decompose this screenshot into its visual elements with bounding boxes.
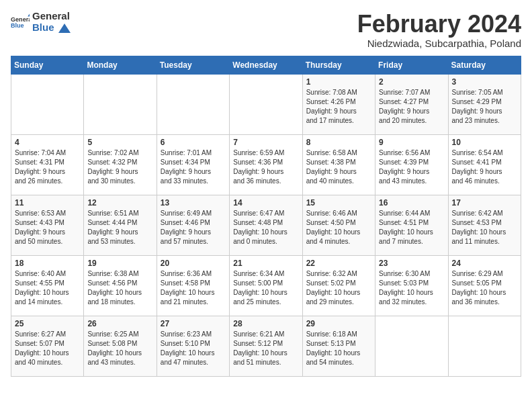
calendar-cell: 17Sunrise: 6:42 AM Sunset: 4:53 PM Dayli… [448,195,521,255]
calendar-cell: 12Sunrise: 6:51 AM Sunset: 4:44 PM Dayli… [84,195,157,255]
col-header-sunday: Sunday [11,56,84,74]
logo: General Blue General Blue [11,11,71,33]
day-info: Sunrise: 7:05 AM Sunset: 4:29 PM Dayligh… [452,88,517,126]
calendar-header-row: SundayMondayTuesdayWednesdayThursdayFrid… [11,56,521,74]
calendar-cell: 2Sunrise: 7:07 AM Sunset: 4:27 PM Daylig… [375,74,448,134]
day-number: 21 [233,259,298,268]
calendar-cell: 25Sunrise: 6:27 AM Sunset: 5:07 PM Dayli… [11,316,84,376]
calendar-week-row: 1Sunrise: 7:08 AM Sunset: 4:26 PM Daylig… [11,74,521,134]
location-subtitle: Niedzwiada, Subcarpathia, Poland [357,38,521,49]
day-number: 26 [87,319,152,328]
day-info: Sunrise: 6:18 AM Sunset: 5:13 PM Dayligh… [306,330,371,367]
calendar-cell: 21Sunrise: 6:34 AM Sunset: 5:00 PM Dayli… [230,255,302,316]
calendar-cell: 4Sunrise: 7:04 AM Sunset: 4:31 PM Daylig… [11,134,84,195]
calendar-cell: 15Sunrise: 6:46 AM Sunset: 4:50 PM Dayli… [302,195,375,255]
calendar-cell [230,74,302,134]
day-number: 13 [161,198,226,208]
day-number: 15 [306,198,371,208]
calendar-cell: 6Sunrise: 7:01 AM Sunset: 4:34 PM Daylig… [157,134,229,195]
logo-bird-icon [58,24,71,33]
day-info: Sunrise: 6:32 AM Sunset: 5:02 PM Dayligh… [306,269,371,307]
calendar-cell [11,74,84,134]
day-info: Sunrise: 6:49 AM Sunset: 4:46 PM Dayligh… [161,209,226,246]
calendar-cell: 27Sunrise: 6:23 AM Sunset: 5:10 PM Dayli… [157,316,229,376]
day-number: 18 [15,259,80,268]
calendar-cell: 1Sunrise: 7:08 AM Sunset: 4:26 PM Daylig… [302,74,375,134]
col-header-saturday: Saturday [448,56,521,74]
logo-blue: Blue [32,21,54,33]
calendar-cell: 14Sunrise: 6:47 AM Sunset: 4:48 PM Dayli… [230,195,302,255]
day-number: 6 [161,138,226,147]
calendar-cell: 20Sunrise: 6:36 AM Sunset: 4:58 PM Dayli… [157,255,229,316]
day-number: 5 [87,138,152,147]
calendar-week-row: 25Sunrise: 6:27 AM Sunset: 5:07 PM Dayli… [11,316,521,376]
day-number: 22 [306,259,371,268]
day-info: Sunrise: 7:01 AM Sunset: 4:34 PM Dayligh… [161,148,226,186]
calendar-week-row: 4Sunrise: 7:04 AM Sunset: 4:31 PM Daylig… [11,134,521,195]
day-info: Sunrise: 6:42 AM Sunset: 4:53 PM Dayligh… [452,209,517,246]
svg-marker-3 [58,24,71,33]
day-number: 4 [15,138,80,147]
calendar-cell [157,74,229,134]
calendar-cell: 9Sunrise: 6:56 AM Sunset: 4:39 PM Daylig… [375,134,448,195]
day-number: 7 [233,138,298,147]
day-number: 29 [306,319,371,328]
day-number: 9 [379,138,444,147]
month-year-title: February 2024 [357,11,521,38]
svg-text:Blue: Blue [11,22,24,29]
day-number: 8 [306,138,371,147]
calendar-cell: 11Sunrise: 6:53 AM Sunset: 4:43 PM Dayli… [11,195,84,255]
day-info: Sunrise: 6:51 AM Sunset: 4:44 PM Dayligh… [87,209,152,246]
col-header-thursday: Thursday [302,56,375,74]
day-info: Sunrise: 6:38 AM Sunset: 4:56 PM Dayligh… [87,269,152,307]
day-info: Sunrise: 6:27 AM Sunset: 5:07 PM Dayligh… [15,330,80,367]
calendar-cell: 24Sunrise: 6:29 AM Sunset: 5:05 PM Dayli… [448,255,521,316]
title-area: February 2024 Niedzwiada, Subcarpathia, … [357,11,521,49]
calendar-cell: 7Sunrise: 6:59 AM Sunset: 4:36 PM Daylig… [230,134,302,195]
day-info: Sunrise: 6:44 AM Sunset: 4:51 PM Dayligh… [379,209,444,246]
day-info: Sunrise: 6:59 AM Sunset: 4:36 PM Dayligh… [233,148,298,186]
day-info: Sunrise: 6:23 AM Sunset: 5:10 PM Dayligh… [161,330,226,367]
day-info: Sunrise: 6:40 AM Sunset: 4:55 PM Dayligh… [15,269,80,307]
day-info: Sunrise: 6:47 AM Sunset: 4:48 PM Dayligh… [233,209,298,246]
day-number: 2 [379,77,444,87]
day-number: 1 [306,77,371,87]
day-number: 10 [452,138,517,147]
day-number: 16 [379,198,444,208]
day-info: Sunrise: 6:30 AM Sunset: 5:03 PM Dayligh… [379,269,444,307]
day-info: Sunrise: 6:54 AM Sunset: 4:41 PM Dayligh… [452,148,517,186]
day-info: Sunrise: 7:07 AM Sunset: 4:27 PM Dayligh… [379,88,444,126]
col-header-monday: Monday [84,56,157,74]
calendar-cell: 22Sunrise: 6:32 AM Sunset: 5:02 PM Dayli… [302,255,375,316]
col-header-wednesday: Wednesday [230,56,302,74]
day-info: Sunrise: 6:46 AM Sunset: 4:50 PM Dayligh… [306,209,371,246]
day-info: Sunrise: 6:58 AM Sunset: 4:38 PM Dayligh… [306,148,371,186]
calendar-week-row: 18Sunrise: 6:40 AM Sunset: 4:55 PM Dayli… [11,255,521,316]
calendar-cell: 18Sunrise: 6:40 AM Sunset: 4:55 PM Dayli… [11,255,84,316]
day-number: 25 [15,319,80,328]
logo-icon: General Blue [11,13,30,32]
day-number: 14 [233,198,298,208]
calendar-cell [84,74,157,134]
day-info: Sunrise: 6:36 AM Sunset: 4:58 PM Dayligh… [161,269,226,307]
calendar-cell [448,316,521,376]
day-number: 12 [87,198,152,208]
calendar-cell: 29Sunrise: 6:18 AM Sunset: 5:13 PM Dayli… [302,316,375,376]
calendar-cell: 26Sunrise: 6:25 AM Sunset: 5:08 PM Dayli… [84,316,157,376]
day-info: Sunrise: 7:04 AM Sunset: 4:31 PM Dayligh… [15,148,80,186]
day-number: 24 [452,259,517,268]
day-number: 27 [161,319,226,328]
calendar-cell: 19Sunrise: 6:38 AM Sunset: 4:56 PM Dayli… [84,255,157,316]
day-info: Sunrise: 6:21 AM Sunset: 5:12 PM Dayligh… [233,330,298,367]
col-header-friday: Friday [375,56,448,74]
logo-general: General [32,10,70,21]
calendar-week-row: 11Sunrise: 6:53 AM Sunset: 4:43 PM Dayli… [11,195,521,255]
calendar-cell: 13Sunrise: 6:49 AM Sunset: 4:46 PM Dayli… [157,195,229,255]
day-number: 17 [452,198,517,208]
day-info: Sunrise: 6:56 AM Sunset: 4:39 PM Dayligh… [379,148,444,186]
day-info: Sunrise: 6:29 AM Sunset: 5:05 PM Dayligh… [452,269,517,307]
calendar-cell: 5Sunrise: 7:02 AM Sunset: 4:32 PM Daylig… [84,134,157,195]
calendar-table: SundayMondayTuesdayWednesdayThursdayFrid… [11,56,521,377]
day-number: 3 [452,77,517,87]
day-number: 20 [161,259,226,268]
